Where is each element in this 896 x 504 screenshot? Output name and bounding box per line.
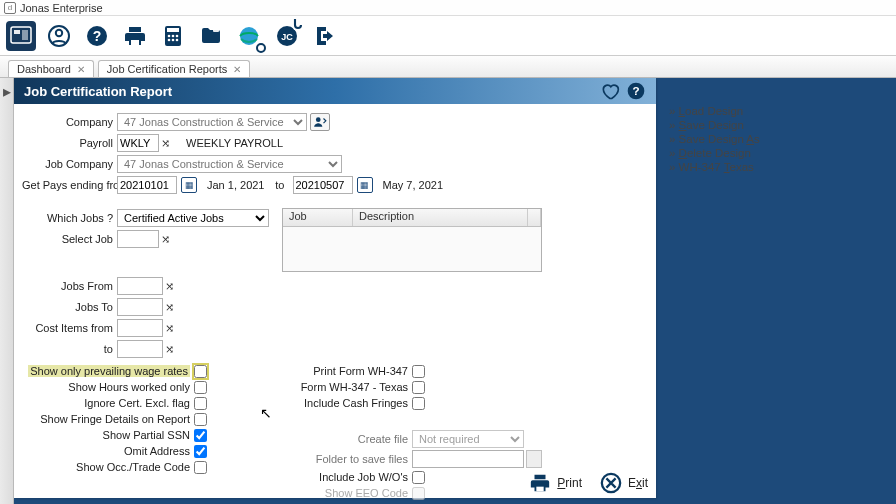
- company-select[interactable]: 47 Jonas Construction & Service: [117, 113, 307, 131]
- company-label: Company: [22, 116, 117, 128]
- globe-icon[interactable]: [234, 21, 264, 51]
- title-bar: d Jonas Enterprise: [0, 0, 896, 16]
- chk-include-wo-label: Include Job W/O's: [242, 471, 412, 483]
- window-title: Jonas Enterprise: [20, 2, 103, 14]
- chk-trade-label: Show Occ./Trade Code: [22, 461, 194, 473]
- tab-job-cert-reports[interactable]: Job Certification Reports ✕: [98, 60, 250, 77]
- cost-to-input[interactable]: [117, 340, 163, 358]
- folder-input: [412, 450, 524, 468]
- tab-bar: Dashboard ✕ Job Certification Reports ✕: [0, 56, 896, 78]
- jobs-from-input[interactable]: [117, 277, 163, 295]
- chk-wh347tx[interactable]: [412, 381, 425, 394]
- pays-from-input[interactable]: [117, 176, 177, 194]
- create-file-label: Create file: [242, 433, 412, 445]
- create-file-select: Not required: [412, 430, 524, 448]
- chk-omit[interactable]: [194, 445, 207, 458]
- panel-title: Job Certification Report: [24, 84, 172, 99]
- lookup-icon[interactable]: ⤨: [165, 322, 174, 335]
- save-design-as-link[interactable]: » Save Design As: [665, 132, 890, 146]
- svg-rect-16: [213, 26, 219, 32]
- jobs-to-input[interactable]: [117, 298, 163, 316]
- exit-toolbar-icon[interactable]: [310, 21, 340, 51]
- panel-footer: PPrintrint ExExitit: [529, 472, 648, 494]
- close-icon[interactable]: ✕: [77, 64, 85, 75]
- pays-label: Get Pays ending from: [22, 179, 117, 191]
- help-toolbar-icon[interactable]: ?: [82, 21, 112, 51]
- lookup-icon[interactable]: ⤨: [161, 233, 170, 246]
- svg-text:?: ?: [632, 84, 639, 97]
- lookup-icon[interactable]: ⤨: [165, 343, 174, 356]
- close-icon[interactable]: ✕: [233, 64, 241, 75]
- chk-include-wo[interactable]: [412, 471, 425, 484]
- chk-ignore[interactable]: [194, 397, 207, 410]
- select-job-label: Select Job: [22, 233, 117, 245]
- cost-from-input[interactable]: [117, 319, 163, 337]
- chk-cash-fringe-label: Include Cash Fringes: [242, 397, 412, 409]
- calendar-icon[interactable]: ▦: [357, 177, 373, 193]
- chk-omit-label: Omit Address: [22, 445, 194, 457]
- chk-eeo: [412, 487, 425, 500]
- jobs-to-label: Jobs To: [22, 301, 117, 313]
- chk-cash-fringe[interactable]: [412, 397, 425, 410]
- dashboard-icon[interactable]: [6, 21, 36, 51]
- jc-icon[interactable]: JC: [272, 21, 302, 51]
- chk-wh347[interactable]: [412, 365, 425, 378]
- which-jobs-label: Which Jobs ?: [22, 212, 117, 224]
- lookup-icon[interactable]: ⤨: [161, 137, 170, 150]
- jobs-from-label: Jobs From: [22, 280, 117, 292]
- svg-point-10: [168, 34, 171, 37]
- jobs-grid[interactable]: Job Description: [282, 208, 542, 272]
- select-job-input[interactable]: [117, 230, 159, 248]
- cost-from-label: Cost Items from: [22, 322, 117, 334]
- calendar-icon[interactable]: ▦: [181, 177, 197, 193]
- delete-design-link[interactable]: » Delete Design: [665, 146, 890, 160]
- to-label: to: [275, 179, 289, 191]
- main-toolbar: ? JC: [0, 16, 896, 56]
- cost-to-label: to: [22, 343, 117, 355]
- tab-label: Job Certification Reports: [107, 63, 227, 75]
- expand-sidebar-chevron-icon[interactable]: ▸: [0, 78, 14, 504]
- payroll-code-input[interactable]: [117, 134, 159, 152]
- pays-to-input[interactable]: [293, 176, 353, 194]
- payroll-label: Payroll: [22, 137, 117, 149]
- printer-icon[interactable]: [120, 21, 150, 51]
- calculator-icon[interactable]: [158, 21, 188, 51]
- chk-prevailing[interactable]: [194, 365, 207, 378]
- chk-wh347-label: Print Form WH-347: [242, 365, 412, 377]
- tab-label: Dashboard: [17, 63, 71, 75]
- tab-dashboard[interactable]: Dashboard ✕: [8, 60, 94, 77]
- favorite-icon[interactable]: [600, 81, 620, 101]
- chk-prevailing-label: Show only prevailing wage rates: [28, 365, 190, 377]
- col-job: Job: [283, 209, 353, 226]
- svg-point-15: [176, 38, 179, 41]
- svg-point-12: [176, 34, 179, 37]
- print-button[interactable]: PPrintrint: [529, 472, 582, 494]
- user-icon[interactable]: [44, 21, 74, 51]
- chk-hours-label: Show Hours worked only: [22, 381, 194, 393]
- folder-icon[interactable]: [196, 21, 226, 51]
- panel-header: Job Certification Report ?: [14, 78, 656, 104]
- grid-scroll-head: [528, 209, 541, 226]
- chk-fringe[interactable]: [194, 413, 207, 426]
- chk-ssn[interactable]: [194, 429, 207, 442]
- which-jobs-select[interactable]: Certified Active Jobs: [117, 209, 269, 227]
- payroll-desc: WEEKLY PAYROLL: [186, 137, 283, 149]
- chk-ssn-label: Show Partial SSN: [22, 429, 194, 441]
- chk-eeo-label: Show EEO Code: [242, 487, 412, 499]
- save-design-link[interactable]: » Save Design: [665, 118, 890, 132]
- lookup-icon[interactable]: ⤨: [165, 280, 174, 293]
- design-actions: » Load Design » Save Design » Save Desig…: [665, 104, 890, 174]
- panel-help-icon[interactable]: ?: [626, 81, 646, 101]
- job-company-select[interactable]: 47 Jonas Construction & Service: [117, 155, 342, 173]
- chk-hours[interactable]: [194, 381, 207, 394]
- chk-wh347tx-label: Form WH-347 - Texas: [242, 381, 412, 393]
- col-description: Description: [353, 209, 528, 226]
- lookup-icon[interactable]: ⤨: [165, 301, 174, 314]
- lookup-person-icon[interactable]: [310, 113, 330, 131]
- wh347-texas-link[interactable]: » WH-347 Texas: [665, 160, 890, 174]
- exit-button[interactable]: ExExitit: [600, 472, 648, 494]
- svg-point-4: [56, 29, 62, 35]
- svg-point-13: [168, 38, 171, 41]
- load-design-link[interactable]: » Load Design: [665, 104, 890, 118]
- chk-trade[interactable]: [194, 461, 207, 474]
